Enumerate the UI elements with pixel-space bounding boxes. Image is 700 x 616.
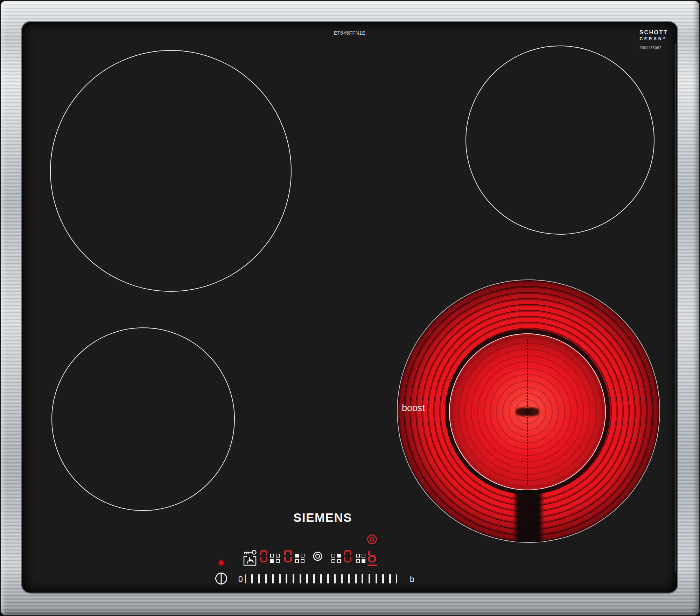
zone-selector-rear-right[interactable] [331,554,341,563]
glass-surface: ET645FFN1E SCHOTT CERAN® 9001176067 boos… [22,22,677,593]
zone-selector-square-bottom-right [301,559,304,563]
zone-selector-square-bottom-right [337,559,341,563]
slider-tick [258,574,260,583]
slider-tick [306,574,308,583]
slider-tick [327,574,329,583]
boost-label: boost [402,403,425,414]
coil-terminal-gap [512,484,545,542]
cooking-zone-rear-left [50,50,292,292]
zone-selector-square-bottom-left [295,559,299,563]
slider-tick [376,574,377,583]
seven-segment-f [284,551,286,555]
seven-segment-e [368,557,370,561]
slider-tick [355,574,357,583]
zone-selector-square-bottom-right [362,559,365,563]
slider-tick [313,574,315,583]
seven-segment-a [261,550,266,552]
seven-segment-b [266,551,267,555]
seven-segment-a [285,550,291,552]
zone-selector-square-bottom-left [331,559,335,563]
serial-number: 9001176067 [639,46,668,50]
seven-segment-b [290,551,292,555]
seven-segment-d [261,561,266,562]
slider-tick [348,574,350,583]
seven-segment-d [369,561,375,562]
zone-selector-square-bottom-right [276,559,280,563]
power-button[interactable] [215,572,228,585]
cooking-zone-front-right-boost: boost [397,279,660,543]
model-number: ET645FFN1E [22,30,677,36]
slider-tick [279,574,281,583]
slider-tick [300,574,301,583]
seven-segment-a [345,550,350,552]
zone-selector-square-bottom-left [356,559,360,563]
slider-tick [272,574,274,583]
seven-segment-f [260,551,261,555]
seven-segment-g [369,555,375,557]
extended-zone-ring-icon [367,534,377,545]
slider-tick-end [396,574,397,583]
slider-tick [334,574,336,583]
residual-heat-dot-icon [219,560,224,565]
dual-zone-icon[interactable] [313,552,322,561]
slider-tick [251,574,253,583]
seven-segment-e [260,557,261,561]
slider-tick [369,574,370,583]
power-slider[interactable] [245,574,397,584]
schott-logo-line1: SCHOTT [639,30,668,35]
cooking-zone-front-left [51,327,235,511]
zone-selector-square-top-right [337,554,341,558]
slider-tick [320,574,322,583]
slider-tick [286,574,287,583]
registered-mark: ® [663,36,665,40]
cooking-zone-rear-right [465,46,654,235]
slider-tick [265,574,267,583]
seven-segment-e [284,557,286,561]
seven-segment-f [368,551,370,555]
zone-selector-square-top-right [301,554,304,558]
slider-tick [341,574,343,583]
siemens-logo: SIEMENS [293,511,352,525]
slider-tick-end [245,574,246,583]
display-zone-front-right-boost [368,550,376,562]
key-lock-icon[interactable] [243,549,257,566]
zone-selector-square-bottom-left [270,559,274,563]
display-zone-rear-left [284,550,292,562]
seven-segment-d [285,561,291,562]
coil-center-hub [516,403,539,420]
zone-selector-square-top-left [356,554,360,558]
zone-selector-square-top-left [295,554,299,558]
slider-label-min: 0 [238,575,243,584]
zone-selector-front-right[interactable] [356,554,365,563]
seven-segment-b [350,551,351,555]
slider-tick [362,574,363,583]
zone-selector-front-left[interactable] [270,554,280,563]
schott-ceran-logo: SCHOTT CERAN® 9001176067 [639,30,668,49]
seven-segment-e [344,557,345,561]
slider-tick [293,574,294,583]
slider-tick [389,574,391,583]
zone-selector-rear-left[interactable] [295,554,304,563]
zone-selector-square-top-right [276,554,280,558]
boost-underline [368,565,377,566]
display-zone-front-left [260,550,267,562]
slider-tick [382,574,384,583]
slider-label-boost: b [410,575,414,584]
schott-logo-line2: CERAN® [639,37,668,41]
zone-selector-square-top-left [331,554,335,558]
heating-coil-inner [449,333,606,490]
seven-segment-d [345,561,350,562]
display-zone-rear-right [344,550,351,562]
cooktop: ET645FFN1E SCHOTT CERAN® 9001176067 boos… [0,0,700,616]
seven-segment-f [344,551,345,555]
zone-selector-square-top-right [362,554,365,558]
zone-selector-square-top-left [270,554,274,558]
